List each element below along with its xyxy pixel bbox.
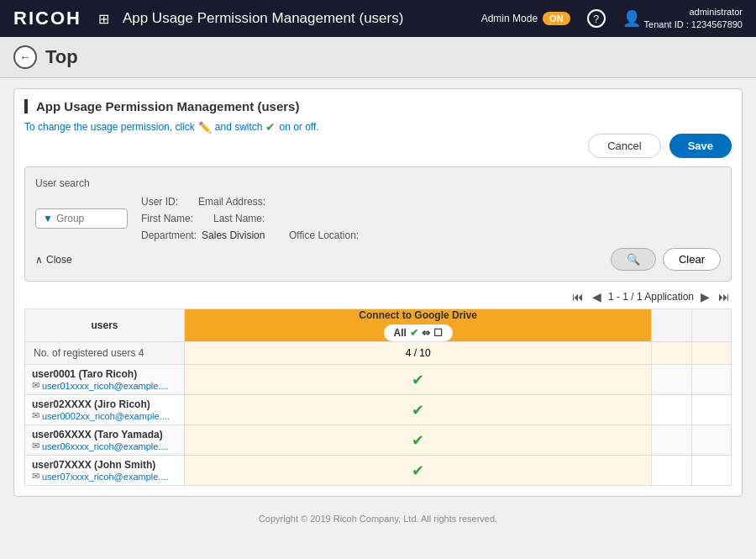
empty-cell-1: [652, 425, 691, 456]
search-bottom-row: ∧ Close 🔍 Clear: [35, 248, 721, 271]
last-page-button[interactable]: ⏭: [717, 290, 732, 303]
save-button[interactable]: Save: [669, 134, 732, 158]
user-id-label: User ID:: [141, 196, 178, 208]
group-placeholder: Group: [56, 213, 84, 224]
filter-icon: ▼: [43, 213, 53, 224]
empty-cell-1: [652, 395, 691, 425]
page-title-section: App Usage Permission Management (users): [24, 99, 732, 113]
check-mark-icon: ✔: [412, 402, 424, 419]
col-empty-header: [652, 309, 691, 342]
footer-text: Copyright © 2019 Ricoh Company, Ltd. All…: [259, 514, 497, 524]
email-icon: ✉: [32, 380, 39, 391]
search-label: User search: [35, 177, 721, 189]
email-icon: ✉: [32, 410, 39, 421]
user-email: ✉ user06xxxx_ricoh@example....: [32, 440, 177, 451]
page-title: App Usage Permission Management (users): [36, 99, 732, 113]
col-app-header: Connect to Google Drive All ✔ ⇔ ☐: [185, 309, 652, 342]
department-value: Sales Division: [202, 229, 269, 241]
empty-cell-2: [691, 456, 731, 486]
user-email: ✉ user0002xx_ricoh@example....: [32, 410, 177, 421]
user-name: user06XXXX (Taro Yamada): [32, 429, 177, 440]
header-tenant-id: Tenant ID : 1234567890: [644, 18, 743, 31]
check-mark-icon: ✔: [412, 462, 424, 479]
user-info-cell: user02XXXX (Jiro Ricoh) ✉ user0002xx_ric…: [25, 395, 185, 425]
user-icon: 👤: [622, 9, 641, 28]
registered-users-row: No. of registered users 4 4 / 10: [25, 342, 732, 365]
user-name: user07XXXX (John Smith): [32, 459, 177, 471]
email-icon: ✉: [32, 471, 39, 482]
header-username: administrator: [644, 6, 743, 18]
permission-table: users Connect to Google Drive All ✔ ⇔ ☐: [24, 309, 732, 486]
checkbox-empty[interactable]: ☐: [433, 327, 443, 339]
table-header-row: users Connect to Google Drive All ✔ ⇔ ☐: [25, 309, 732, 342]
instruction: To change the usage permission, click ✏️…: [24, 120, 732, 134]
search-section: User search ▼ Group User ID: Email Addre…: [24, 166, 732, 282]
prev-page-button[interactable]: ◀: [591, 290, 603, 303]
table-row: user0001 (Taro Ricoh) ✉ user01xxxx_ricoh…: [25, 365, 732, 395]
email-label: Email Address:: [198, 196, 265, 208]
chevron-up-icon: ∧: [35, 254, 43, 266]
user-info-cell: user07XXXX (John Smith) ✉ user07xxxx_ric…: [25, 456, 185, 486]
grid-icon[interactable]: ⊞: [98, 11, 109, 27]
question-icon: ?: [587, 9, 606, 28]
col-empty-header-2: [691, 309, 731, 342]
admin-mode-toggle[interactable]: ON: [543, 12, 570, 25]
reg-users-label: No. of registered users 4: [25, 342, 185, 365]
empty-cell-2: [691, 395, 731, 425]
action-bar: Cancel Save: [24, 134, 732, 158]
admin-mode-label: Admin Mode: [481, 13, 538, 24]
admin-mode-section: Admin Mode ON: [481, 12, 570, 25]
email-field-group: Email Address:: [198, 196, 265, 208]
table-row: user06XXXX (Taro Yamada) ✉ user06xxxx_ri…: [25, 425, 732, 456]
search-button[interactable]: 🔍: [611, 248, 656, 271]
permission-check-cell[interactable]: ✔: [185, 425, 652, 456]
help-button[interactable]: ?: [587, 9, 606, 28]
instruction-end: on or off.: [279, 121, 318, 133]
app-name: Connect to Google Drive: [185, 309, 651, 321]
reg-users-value: 4 / 10: [185, 342, 652, 365]
header: RICOH ⊞ App Usage Permission Management …: [0, 0, 756, 37]
instruction-text: To change the usage permission, click: [24, 121, 195, 133]
user-id-field: User ID:: [141, 196, 178, 208]
breadcrumb-title: Top: [45, 46, 78, 68]
user-email: ✉ user01xxxx_ricoh@example....: [32, 380, 177, 391]
all-toggle-cell[interactable]: All ✔ ⇔ ☐: [384, 324, 453, 341]
clear-label: Clear: [679, 253, 705, 266]
table-row: user02XXXX (Jiro Ricoh) ✉ user0002xx_ric…: [25, 395, 732, 425]
user-info-cell: user0001 (Taro Ricoh) ✉ user01xxxx_ricoh…: [25, 365, 185, 395]
check-mark-icon: ✔: [412, 432, 424, 449]
arrows-icon: ⇔: [422, 327, 430, 339]
permission-check-cell[interactable]: ✔: [185, 395, 652, 425]
breadcrumb-bar: ← Top: [0, 37, 756, 78]
first-page-button[interactable]: ⏮: [570, 290, 585, 303]
user-name: user0001 (Taro Ricoh): [32, 368, 177, 380]
first-name-label: First Name:: [141, 213, 193, 224]
pagination-text: 1 - 1 / 1 Application: [608, 291, 694, 303]
main-content: App Usage Permission Management (users) …: [0, 78, 756, 542]
instruction-switch: and switch: [215, 121, 263, 133]
reg-empty-1: [652, 342, 691, 365]
main-card: App Usage Permission Management (users) …: [13, 88, 743, 497]
department-field: Department: Sales Division: [141, 229, 269, 241]
check-mark-icon: ✔: [412, 372, 424, 388]
cancel-button[interactable]: Cancel: [588, 134, 660, 158]
check-icon-instruction: ✔: [265, 120, 276, 134]
table-row: user07XXXX (John Smith) ✉ user07xxxx_ric…: [25, 456, 732, 486]
permission-check-cell[interactable]: ✔: [185, 456, 652, 486]
user-name: user02XXXX (Jiro Ricoh): [32, 398, 177, 410]
department-label: Department:: [141, 229, 197, 241]
first-name-field: First Name:: [141, 213, 193, 224]
empty-cell-2: [691, 425, 731, 456]
back-button[interactable]: ←: [13, 45, 37, 69]
footer: Copyright © 2019 Ricoh Company, Ltd. All…: [13, 505, 743, 532]
office-label: Office Location:: [289, 229, 359, 241]
next-page-button[interactable]: ▶: [699, 290, 711, 303]
user-info-cell: user06XXXX (Taro Yamada) ✉ user06xxxx_ri…: [25, 425, 185, 456]
header-title: App Usage Permission Management (users): [123, 10, 471, 27]
user-account-button[interactable]: 👤 administrator Tenant ID : 1234567890: [622, 6, 743, 32]
close-search-button[interactable]: ∧ Close: [35, 254, 72, 266]
reg-empty-2: [691, 342, 731, 365]
group-filter[interactable]: ▼ Group: [35, 208, 128, 229]
permission-check-cell[interactable]: ✔: [185, 365, 652, 395]
clear-button[interactable]: Clear: [663, 248, 721, 271]
